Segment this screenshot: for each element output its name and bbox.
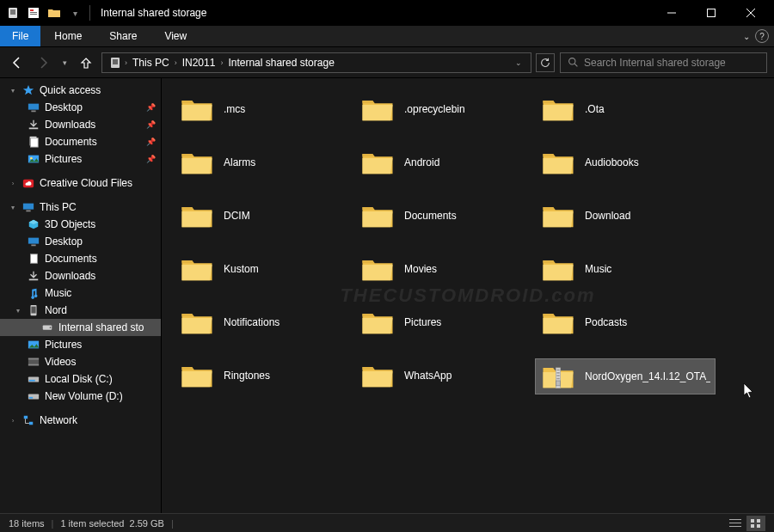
svg-rect-7 <box>708 9 716 17</box>
back-button[interactable] <box>7 52 28 73</box>
maximize-button[interactable] <box>691 0 731 26</box>
search-input[interactable] <box>584 57 759 69</box>
folder-item[interactable]: Audiobooks <box>535 145 716 180</box>
chevron-right-icon[interactable]: › <box>175 58 177 67</box>
folder-item[interactable]: .Ota <box>535 92 716 126</box>
item-label: .oprecyclebin <box>404 103 465 116</box>
up-button[interactable] <box>76 52 96 73</box>
breadcrumb-item[interactable]: This PC <box>129 57 173 69</box>
chevron-right-icon[interactable]: › <box>220 58 223 67</box>
status-selected-size: 2.59 GB <box>130 518 164 529</box>
item-label: Alarms <box>224 156 255 169</box>
tab-home[interactable]: Home <box>40 26 95 46</box>
folder-item[interactable]: Download <box>535 199 716 233</box>
downloads-icon <box>26 118 41 131</box>
sidebar-item-creative-cloud[interactable]: ›Creative Cloud Files <box>0 174 161 192</box>
help-icon[interactable]: ? <box>755 29 769 43</box>
ribbon-tabs: File Home Share View ⌄ ? <box>0 26 774 47</box>
qat-dropdown-icon[interactable]: ▾ <box>65 3 84 22</box>
folder-icon <box>540 147 576 178</box>
item-label: Pictures <box>404 316 441 329</box>
refresh-button[interactable] <box>536 53 555 72</box>
svg-rect-5 <box>30 14 37 15</box>
device-icon <box>108 55 123 70</box>
recent-locations-button[interactable]: ▾ <box>58 52 71 73</box>
folder-item[interactable]: Documents <box>354 199 535 233</box>
folder-item[interactable]: .oprecyclebin <box>354 92 535 126</box>
folder-icon[interactable] <box>45 3 64 22</box>
file-item[interactable]: NordOxygen_14.I.12_OTA_012_all_201221223… <box>535 358 716 394</box>
folder-icon <box>359 360 396 391</box>
desktop-icon <box>26 235 41 248</box>
folder-item[interactable]: WhatsApp <box>354 358 535 393</box>
folder-item[interactable]: Pictures <box>354 305 535 339</box>
sidebar-item-this-pc[interactable]: ▾This PC <box>0 199 161 216</box>
network-icon <box>21 413 36 427</box>
folder-icon <box>179 307 215 338</box>
sidebar-item-documents-pc[interactable]: Documents <box>0 250 161 267</box>
folder-item[interactable]: Android <box>354 145 535 180</box>
sidebar-item-videos[interactable]: Videos <box>0 353 161 370</box>
minimize-button[interactable] <box>652 0 691 26</box>
sidebar-item-network[interactable]: ›Network <box>0 412 161 429</box>
svg-rect-53 <box>751 524 754 528</box>
breadcrumb[interactable]: › This PC › IN2011 › Internal shared sto… <box>101 52 531 73</box>
tab-share[interactable]: Share <box>95 26 150 46</box>
sidebar-item-local-disk-c[interactable]: Local Disk (C:) <box>0 370 161 388</box>
svg-rect-37 <box>29 380 35 382</box>
view-large-icons-button[interactable] <box>746 516 765 531</box>
chevron-right-icon[interactable]: › <box>125 58 127 67</box>
tab-file[interactable]: File <box>0 26 40 46</box>
sidebar-item-documents[interactable]: Documents📌 <box>0 133 161 150</box>
properties-icon[interactable] <box>24 3 43 22</box>
address-dropdown-icon[interactable]: ⌄ <box>512 58 525 67</box>
file-list-pane[interactable]: THECUSTOMDROID.com .mcs.oprecyclebin.Ota… <box>162 78 774 513</box>
svg-rect-23 <box>26 211 30 212</box>
folder-icon <box>540 254 576 284</box>
folder-item[interactable]: Alarms <box>174 145 354 180</box>
view-details-button[interactable] <box>726 516 745 531</box>
ribbon-expand-icon[interactable]: ⌄ <box>743 32 750 41</box>
folder-item[interactable]: .mcs <box>174 92 354 126</box>
svg-line-13 <box>574 64 577 66</box>
item-label: Documents <box>404 210 457 223</box>
svg-rect-54 <box>757 524 760 528</box>
search-box[interactable] <box>560 52 767 73</box>
breadcrumb-item[interactable]: IN2011 <box>179 57 219 69</box>
svg-rect-3 <box>30 9 34 11</box>
item-label: NordOxygen_14.I.12_OTA_012_all_201221223… <box>585 370 710 383</box>
sidebar-item-internal-storage[interactable]: Internal shared sto <box>0 319 161 336</box>
folder-item[interactable]: Ringtones <box>174 358 354 393</box>
folder-item[interactable]: DCIM <box>174 199 354 233</box>
sidebar-item-new-volume-d[interactable]: New Volume (D:) <box>0 388 161 405</box>
folder-item[interactable]: Movies <box>354 252 535 286</box>
sidebar-item-3d-objects[interactable]: 3D Objects <box>0 216 161 233</box>
folder-item[interactable]: Kustom <box>174 252 354 286</box>
sidebar-item-downloads-pc[interactable]: Downloads <box>0 267 161 284</box>
sidebar-item-pictures-pc[interactable]: Pictures <box>0 336 161 353</box>
svg-rect-41 <box>29 422 33 425</box>
sidebar-item-downloads[interactable]: Downloads📌 <box>0 116 161 133</box>
sidebar-item-pictures[interactable]: Pictures📌 <box>0 150 161 168</box>
pin-icon: 📌 <box>146 155 156 163</box>
folder-item[interactable]: Notifications <box>174 305 354 339</box>
sidebar-item-desktop[interactable]: Desktop📌 <box>0 99 161 116</box>
item-label: Podcasts <box>585 316 627 329</box>
tab-view[interactable]: View <box>150 26 200 46</box>
device-icon[interactable] <box>3 3 22 22</box>
folder-icon <box>179 360 215 391</box>
close-button[interactable] <box>731 0 771 26</box>
navigation-pane: ▾Quick access Desktop📌 Downloads📌 Docume… <box>0 78 162 513</box>
sidebar-item-music[interactable]: Music <box>0 284 161 302</box>
folder-item[interactable]: Music <box>535 252 716 286</box>
sidebar-item-quick-access[interactable]: ▾Quick access <box>0 82 161 99</box>
folder-icon <box>359 94 396 125</box>
svg-point-31 <box>50 327 52 328</box>
item-label: Audiobooks <box>585 156 639 169</box>
forward-button[interactable] <box>33 52 53 73</box>
sidebar-item-desktop-pc[interactable]: Desktop <box>0 233 161 250</box>
disk-icon <box>26 389 41 403</box>
breadcrumb-item[interactable]: Internal shared storage <box>224 57 337 69</box>
sidebar-item-nord[interactable]: ▾Nord <box>0 302 161 319</box>
folder-item[interactable]: Podcasts <box>535 305 716 339</box>
